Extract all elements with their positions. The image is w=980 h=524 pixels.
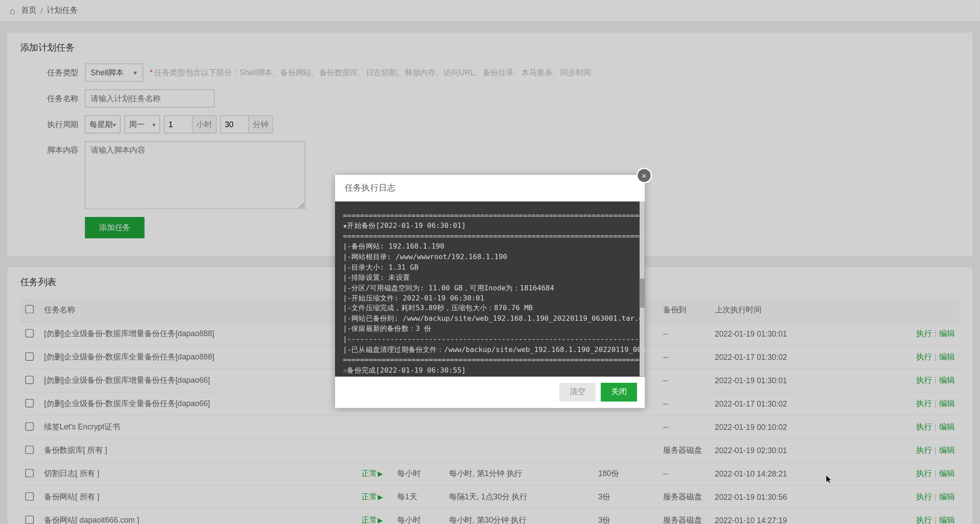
modal-title: 任务执行日志: [335, 175, 645, 201]
clear-log-button[interactable]: 清空: [559, 383, 595, 402]
log-modal: × 任务执行日志 ===============================…: [335, 175, 645, 408]
log-scrollbar[interactable]: [640, 202, 645, 376]
close-modal-button[interactable]: 关闭: [601, 383, 637, 402]
log-content: ========================================…: [335, 202, 645, 376]
modal-close-button[interactable]: ×: [637, 168, 652, 183]
